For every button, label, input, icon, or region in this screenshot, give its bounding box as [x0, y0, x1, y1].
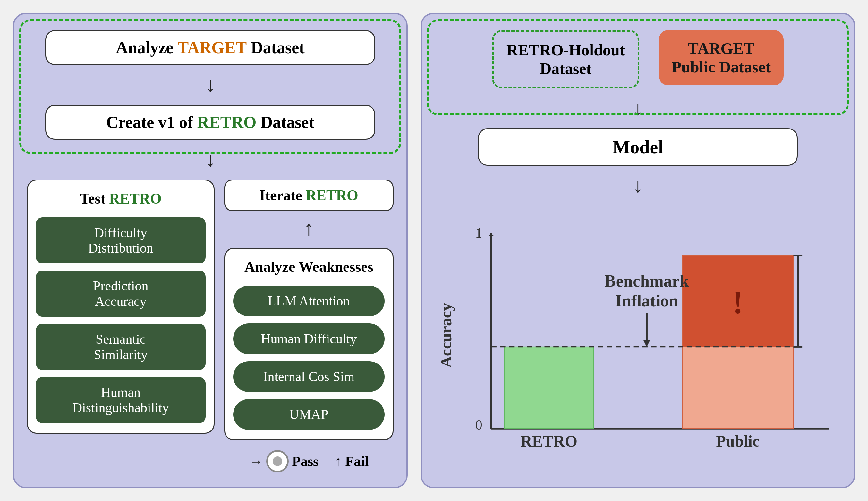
model-box: Model — [478, 128, 798, 166]
internal-cos-sim-pill: Internal Cos Sim — [233, 361, 385, 392]
y-axis-label: Accuracy — [438, 303, 455, 367]
iterate-row: Iterate RETRO — [224, 180, 394, 211]
retro-holdout-line1: RETRO-Holdout — [506, 41, 625, 59]
prediction-accuracy-pill: PredictionAccuracy — [36, 270, 206, 317]
pass-row: → Pass — [249, 450, 318, 472]
analyze-weaknesses-box: Analyze Weaknesses LLM Attention Human D… — [224, 248, 394, 440]
main-container: Analyze TARGET Dataset ↓ Create v1 of RE… — [0, 0, 868, 501]
benchmark-inflation-line2: Inflation — [615, 291, 678, 310]
create-v1-rest: Dataset — [256, 113, 314, 131]
arrow-up-1: ↓ — [304, 221, 314, 241]
right-arrow-down-2: ↓ — [633, 175, 643, 196]
retro-x-label: RETRO — [521, 433, 577, 450]
pass-fail-section: → Pass ↑ Fail — [224, 450, 394, 472]
right-arrow-down-1: ↓ — [633, 98, 643, 119]
public-bar-base — [682, 347, 793, 428]
human-difficulty-pill: Human Difficulty — [233, 323, 385, 354]
retro-bar — [504, 347, 594, 428]
retro-holdout-box: RETRO-Holdout Dataset — [492, 30, 640, 88]
human-distinguishability-pill: HumanDistinguishability — [36, 377, 206, 423]
target-public-line2: Public Dataset — [671, 58, 771, 76]
benchmark-inflation-line1: Benchmark — [605, 271, 689, 290]
public-x-label: Public — [716, 433, 760, 450]
test-retro-box: Test RETRO DifficultyDistribution Predic… — [27, 180, 215, 434]
inflation-arrow — [643, 340, 650, 347]
exclamation-mark: ! — [733, 285, 743, 320]
pass-circle — [266, 450, 289, 472]
left-panel: Analyze TARGET Dataset ↓ Create v1 of RE… — [13, 13, 408, 488]
create-v1-retro: RETRO — [197, 113, 257, 131]
circle-inner — [273, 457, 282, 466]
pass-label: Pass — [292, 453, 318, 470]
create-v1-box: Create v1 of RETRO Dataset — [45, 105, 375, 140]
analyze-weaknesses-title: Analyze Weaknesses — [233, 258, 385, 275]
arrow-right-pass: → — [249, 453, 263, 470]
chart-svg: Accuracy 1 0 Ben — [438, 205, 838, 474]
difficulty-distribution-pill: DifficultyDistribution — [36, 217, 206, 264]
target-public-line1: TARGET — [671, 39, 771, 58]
arrow-down-1: ↓ — [205, 75, 216, 95]
arrow-up-fail: ↑ — [335, 454, 342, 469]
arrow-down-2: ↓ — [205, 149, 216, 170]
fail-label-wrapper: ↑ Fail — [335, 453, 368, 470]
model-label: Model — [613, 137, 663, 157]
create-v1-label: Create v1 of — [106, 113, 197, 131]
llm-attention-pill: LLM Attention — [233, 286, 385, 316]
fail-label: Fail — [345, 454, 368, 469]
right-panel: RETRO-Holdout Dataset TARGET Public Data… — [420, 13, 855, 488]
datasets-row: RETRO-Holdout Dataset TARGET Public Data… — [438, 30, 838, 88]
chart-container: Accuracy 1 0 Ben — [438, 205, 838, 474]
middle-column: Iterate RETRO ↓ Analyze Weaknesses LLM A… — [224, 180, 394, 472]
target-public-box: TARGET Public Dataset — [659, 30, 784, 85]
analyze-target-label: Analyze — [116, 39, 177, 57]
semantic-similarity-pill: SemanticSimilarity — [36, 324, 206, 370]
analyze-target-keyword: TARGET — [177, 39, 247, 57]
iterate-retro-keyword: RETRO — [306, 187, 358, 204]
iterate-retro-box: Iterate RETRO — [224, 180, 394, 211]
retro-holdout-line2: Dataset — [506, 59, 625, 78]
analyze-target-box: Analyze TARGET Dataset — [45, 30, 375, 65]
y-bottom-label: 0 — [475, 417, 482, 433]
bottom-section: Test RETRO DifficultyDistribution Predic… — [27, 180, 394, 472]
y-top-label: 1 — [475, 225, 482, 241]
test-retro-keyword: RETRO — [109, 190, 162, 207]
test-retro-title: Test RETRO — [36, 190, 206, 207]
umap-pill: UMAP — [233, 399, 385, 430]
analyze-target-rest: Dataset — [247, 39, 305, 57]
